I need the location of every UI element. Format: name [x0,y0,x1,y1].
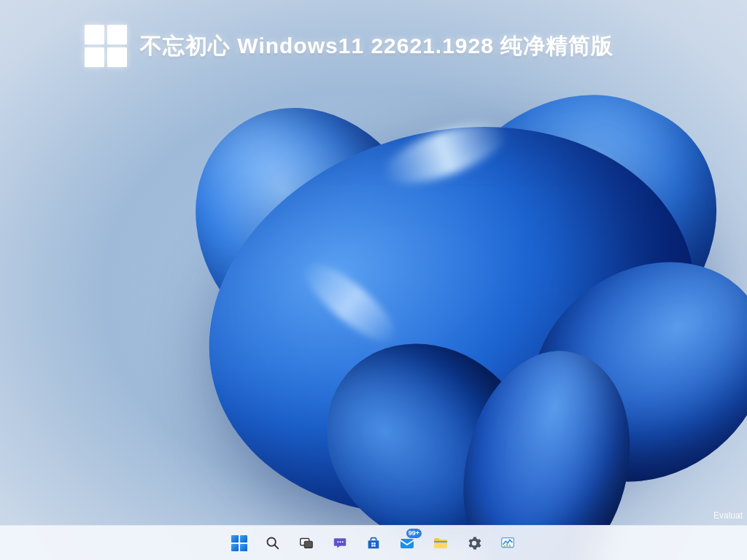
svg-rect-3 [304,541,312,548]
monitor-app-button[interactable] [493,529,522,558]
taskbar: 99+ [0,525,747,560]
desktop[interactable]: 不忘初心 Windows11 22621.1928 纯净精简版 Evaluat [0,0,747,560]
start-button[interactable] [225,529,254,558]
folder-icon [432,534,449,552]
chat-icon [331,534,349,552]
svg-rect-12 [400,539,414,548]
mail-button[interactable]: 99+ [392,529,422,558]
task-view-button[interactable] [292,529,321,558]
task-view-icon [298,534,315,552]
watermark-line: Evaluat [713,510,743,521]
overlay-title-text: 不忘初心 Windows11 22621.1928 纯净精简版 [140,31,614,61]
mail-badge: 99+ [406,529,422,538]
svg-rect-15 [504,545,506,546]
microsoft-store-button[interactable] [359,529,388,558]
store-icon [365,534,382,552]
taskbar-center: 99+ [225,529,522,558]
svg-point-6 [339,541,341,542]
svg-rect-11 [374,545,375,546]
evaluation-watermark: Evaluat [713,510,743,521]
svg-rect-16 [506,543,508,546]
wallpaper-bloom [73,44,747,525]
svg-rect-17 [509,544,511,546]
gear-icon [465,534,483,552]
svg-line-1 [275,545,279,548]
chat-button[interactable] [325,529,355,558]
svg-rect-13 [434,541,447,542]
windows-logo-icon [85,25,127,67]
svg-rect-8 [371,542,373,544]
chart-icon [499,534,516,552]
svg-point-7 [342,541,344,542]
overlay-title: 不忘初心 Windows11 22621.1928 纯净精简版 [85,25,614,67]
windows-start-icon [231,534,248,552]
search-icon [264,534,282,552]
file-explorer-button[interactable] [426,529,455,558]
svg-rect-9 [374,542,375,544]
settings-button[interactable] [460,529,489,558]
svg-point-5 [337,541,338,542]
svg-rect-10 [371,545,373,546]
search-button[interactable] [258,529,287,558]
